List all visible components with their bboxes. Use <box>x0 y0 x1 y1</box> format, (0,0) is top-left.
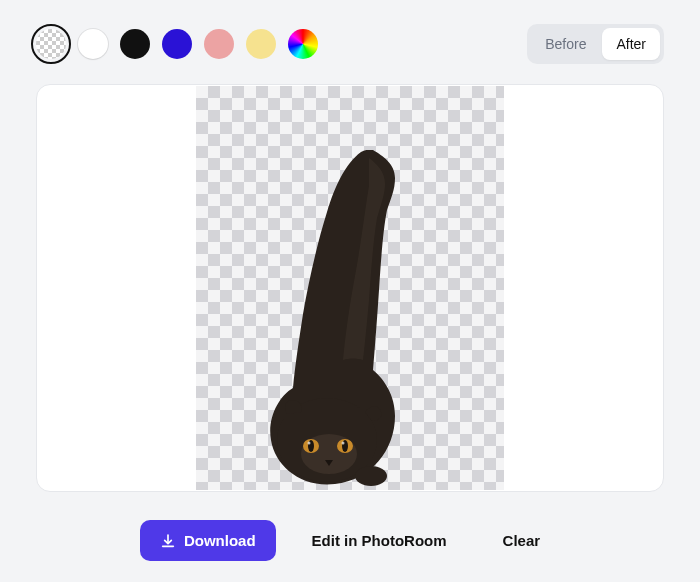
svg-point-7 <box>342 442 345 445</box>
transparent-background <box>196 86 504 490</box>
clear-button[interactable]: Clear <box>483 520 561 561</box>
result-canvas <box>36 84 664 492</box>
swatch-pink[interactable] <box>204 29 234 59</box>
clear-label: Clear <box>503 532 541 549</box>
swatch-black[interactable] <box>120 29 150 59</box>
svg-point-8 <box>355 466 387 486</box>
before-after-toggle: Before After <box>527 24 664 64</box>
swatch-transparent[interactable] <box>36 29 66 59</box>
download-label: Download <box>184 532 256 549</box>
edit-label: Edit in PhotoRoom <box>312 532 447 549</box>
after-toggle[interactable]: After <box>602 28 660 60</box>
svg-point-6 <box>308 442 311 445</box>
download-button[interactable]: Download <box>140 520 276 561</box>
edit-in-photoroom-button[interactable]: Edit in PhotoRoom <box>292 520 467 561</box>
subject-image <box>245 150 455 490</box>
background-swatch-row <box>36 29 318 59</box>
swatch-white[interactable] <box>78 29 108 59</box>
swatch-yellow[interactable] <box>246 29 276 59</box>
before-toggle[interactable]: Before <box>531 28 600 60</box>
download-icon <box>160 533 176 549</box>
action-bar: Download Edit in PhotoRoom Clear <box>36 520 664 561</box>
swatch-blue[interactable] <box>162 29 192 59</box>
swatch-rainbow-picker[interactable] <box>288 29 318 59</box>
